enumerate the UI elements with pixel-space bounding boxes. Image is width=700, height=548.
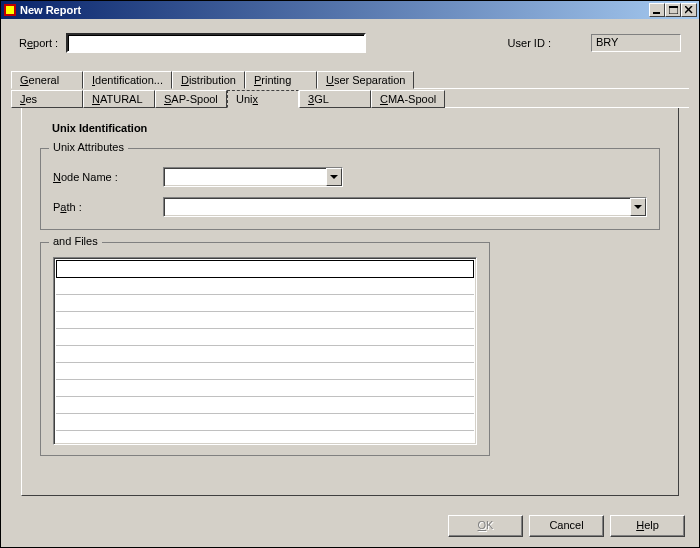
dialog-buttons: OK Cancel Help (448, 515, 685, 537)
tabs-row-1: General Identification... Distribution P… (11, 71, 689, 89)
help-button[interactable]: Help (610, 515, 685, 537)
list-item[interactable] (56, 397, 474, 414)
list-item[interactable] (56, 414, 474, 431)
report-input[interactable] (66, 33, 366, 53)
section-title: Unix Identification (52, 122, 660, 134)
files-list[interactable] (53, 257, 477, 445)
userid-label: User ID : (508, 37, 551, 49)
tab-3gl[interactable]: 3GL (299, 90, 371, 108)
content-panel: Unix Identification Unix Attributes Node… (21, 108, 679, 496)
path-combo[interactable] (163, 197, 647, 217)
window: New Report Report : User ID : BRY Genera… (0, 0, 700, 548)
svg-rect-2 (653, 12, 660, 14)
report-label: Report : (19, 37, 58, 49)
files-title: and Files (49, 235, 102, 247)
cancel-button[interactable]: Cancel (529, 515, 604, 537)
files-input[interactable] (56, 260, 474, 278)
list-item[interactable] (56, 312, 474, 329)
minimize-button[interactable] (649, 3, 665, 17)
close-button[interactable] (681, 3, 697, 17)
client-area: Report : User ID : BRY General Identific… (1, 19, 699, 547)
tab-user-separation[interactable]: User Separation (317, 71, 415, 89)
list-item[interactable] (56, 329, 474, 346)
list-item[interactable] (56, 380, 474, 397)
unix-attributes-group: Unix Attributes Node Name : Path : (40, 148, 660, 230)
window-title: New Report (20, 4, 649, 16)
tab-sap-spool[interactable]: SAP-Spool (155, 90, 227, 108)
userid-field: BRY (591, 34, 681, 52)
node-name-value (164, 168, 326, 186)
subtabs-filler (445, 90, 689, 108)
files-rows (56, 278, 474, 431)
list-item[interactable] (56, 295, 474, 312)
chevron-down-icon[interactable] (630, 198, 646, 216)
tab-distribution[interactable]: Distribution (172, 71, 245, 89)
maximize-button[interactable] (665, 3, 681, 17)
tab-printing[interactable]: Printing (245, 71, 317, 89)
header-row: Report : User ID : BRY (1, 19, 699, 63)
files-group: and Files (40, 242, 490, 456)
unix-attributes-title: Unix Attributes (49, 141, 128, 153)
svg-rect-4 (669, 6, 678, 8)
tab-natural[interactable]: NATURAL (83, 90, 155, 108)
tab-container: General Identification... Distribution P… (11, 71, 689, 496)
tab-identification[interactable]: Identification... (83, 71, 172, 89)
window-controls (649, 3, 697, 17)
path-label: Path : (53, 201, 163, 213)
ok-button[interactable]: OK (448, 515, 523, 537)
chevron-down-icon[interactable] (326, 168, 342, 186)
app-icon (3, 3, 17, 17)
svg-rect-1 (6, 6, 14, 14)
tabs-filler (414, 71, 689, 89)
path-value (164, 198, 630, 216)
tabs-row-2: Jes NATURAL SAP-Spool Unix 3GL CMA-Spool (11, 90, 689, 108)
tab-unix[interactable]: Unix (227, 90, 299, 108)
node-name-combo[interactable] (163, 167, 343, 187)
list-item[interactable] (56, 363, 474, 380)
list-item[interactable] (56, 346, 474, 363)
tab-general[interactable]: General (11, 71, 83, 89)
tab-cma-spool[interactable]: CMA-Spool (371, 90, 445, 108)
list-item[interactable] (56, 278, 474, 295)
node-name-label: Node Name : (53, 171, 163, 183)
tab-jes[interactable]: Jes (11, 90, 83, 108)
titlebar: New Report (1, 1, 699, 19)
